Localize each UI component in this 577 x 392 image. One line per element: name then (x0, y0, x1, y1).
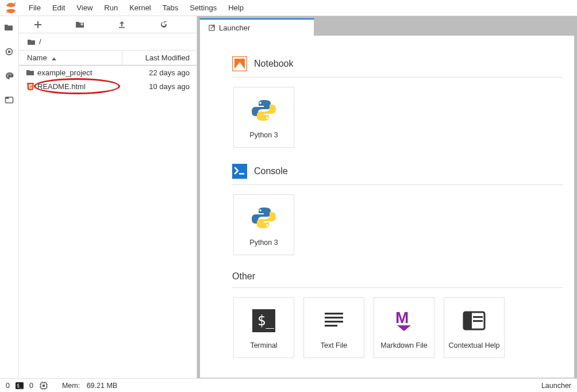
section-divider (232, 287, 563, 288)
card-textfile[interactable]: Text File (303, 297, 364, 358)
statusbar: 0 0 Mem: 69.21 MB Launcher (0, 378, 577, 392)
card-label: Contextual Help (449, 341, 500, 349)
console-section-icon (232, 164, 247, 179)
launcher-section-notebook: Notebook Python 3 (232, 56, 563, 148)
status-current-tab[interactable]: Launcher (541, 382, 571, 390)
tab-title: Launcher (219, 24, 250, 32)
running-tab-icon[interactable] (3, 46, 15, 57)
section-divider (232, 185, 563, 185)
launcher-content: Notebook Python 3 Console (199, 36, 575, 378)
column-name-label: Name (27, 53, 47, 62)
upload-button[interactable] (117, 20, 140, 29)
launcher-icon (208, 24, 216, 32)
file-row-html[interactable]: README.html 10 days ago (19, 79, 197, 93)
status-kernels-count[interactable]: 0 (29, 382, 33, 390)
breadcrumb-root: / (39, 37, 41, 46)
folder-icon (27, 38, 36, 46)
menubar: File Edit View Run Kernel Tabs Settings … (0, 0, 577, 16)
card-label: Terminal (250, 341, 277, 349)
refresh-button[interactable] (159, 20, 182, 29)
section-title: Other (232, 271, 255, 282)
filebrowser-toolbar (19, 16, 197, 33)
filebrowser-tab-icon[interactable] (3, 22, 15, 33)
card-terminal[interactable]: Terminal (233, 297, 294, 358)
menu-run[interactable]: Run (98, 1, 124, 14)
menu-settings[interactable]: Settings (184, 1, 222, 14)
launcher-section-console: Console Python 3 (232, 164, 563, 255)
menu-edit[interactable]: Edit (47, 1, 71, 14)
tab-bar: Launcher (199, 18, 575, 36)
left-sidebar-rail (0, 16, 19, 378)
python-icon (249, 203, 279, 233)
card-console-python3[interactable]: Python 3 (233, 194, 294, 255)
filebrowser-header[interactable]: Name Last Modified (19, 51, 197, 66)
notebook-section-icon (232, 56, 247, 71)
card-label: Python 3 (249, 239, 278, 247)
card-contextual-help[interactable]: Contextual Help (444, 297, 505, 358)
status-mem[interactable]: Mem: 69.21 MB (62, 382, 117, 390)
main-dock: Launcher Notebook Python 3 (197, 16, 577, 378)
file-row-folder[interactable]: example_project 22 days ago (19, 66, 197, 79)
new-launcher-button[interactable] (33, 20, 56, 29)
main-area: / Name Last Modified example_project 22 … (0, 16, 577, 378)
card-label: Python 3 (249, 131, 278, 139)
html-file-icon (25, 82, 35, 91)
column-modified-label: Last Modified (145, 53, 190, 62)
section-title: Console (254, 166, 288, 176)
palette-tab-icon[interactable] (3, 70, 15, 82)
menu-view[interactable]: View (71, 1, 98, 14)
section-divider (232, 77, 563, 78)
status-diagnostics-count[interactable]: 0 (6, 382, 10, 390)
help-icon (459, 306, 489, 336)
sort-caret-icon (49, 55, 56, 62)
textfile-icon (319, 306, 349, 336)
filebrowser-breadcrumb[interactable]: / (19, 33, 197, 51)
filebrowser-panel: / Name Last Modified example_project 22 … (19, 16, 197, 378)
file-name: README.html (35, 82, 122, 91)
lsp-icon (16, 382, 24, 389)
markdown-icon (389, 306, 419, 336)
status-chip-icon[interactable] (39, 381, 48, 390)
menu-file[interactable]: File (23, 1, 47, 14)
card-label: Text File (321, 341, 348, 349)
folder-icon (25, 68, 35, 76)
chip-icon (39, 381, 48, 390)
file-name: example_project (35, 68, 122, 77)
menu-help[interactable]: Help (222, 1, 249, 14)
launcher-section-other: Other Terminal Text File Markdown File (232, 271, 563, 358)
tab-launcher[interactable]: Launcher (199, 18, 314, 36)
card-markdown[interactable]: Markdown File (374, 297, 434, 358)
card-label: Markdown File (380, 341, 427, 349)
file-modified: 22 days ago (122, 68, 197, 77)
mem-value: 69.21 MB (87, 382, 118, 390)
status-lsp[interactable] (16, 382, 24, 389)
section-title: Notebook (254, 59, 294, 69)
file-modified: 10 days ago (122, 82, 197, 91)
jupyter-logo-icon[interactable] (5, 2, 17, 14)
card-notebook-python3[interactable]: Python 3 (233, 87, 294, 148)
mem-label: Mem: (62, 382, 80, 390)
tabs-tab-icon[interactable] (3, 94, 15, 106)
python-icon (249, 95, 279, 125)
menu-kernel[interactable]: Kernel (124, 1, 157, 14)
menu-tabs[interactable]: Tabs (157, 1, 184, 14)
new-folder-button[interactable] (75, 20, 98, 29)
terminal-icon (249, 306, 279, 336)
